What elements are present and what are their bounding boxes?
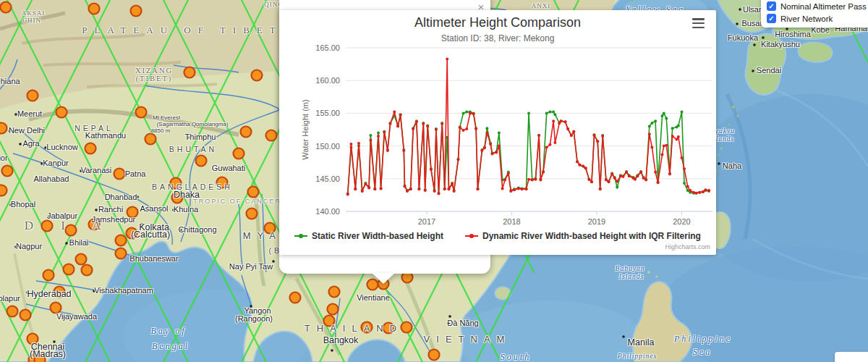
data-point[interactable] bbox=[596, 140, 599, 143]
data-point[interactable] bbox=[364, 182, 367, 185]
highcharts-credit[interactable]: Highcharts.com bbox=[665, 243, 710, 251]
data-point[interactable] bbox=[642, 177, 645, 180]
station-marker[interactable] bbox=[196, 156, 207, 167]
data-point[interactable] bbox=[689, 189, 692, 192]
data-point[interactable] bbox=[648, 125, 651, 128]
station-marker[interactable] bbox=[0, 185, 7, 196]
station-marker[interactable] bbox=[116, 248, 127, 259]
data-point[interactable] bbox=[582, 165, 584, 168]
map-canvas[interactable]: AKSAICHINPLATEAU OF TIBETXIZANG(TIBET)QI… bbox=[0, 0, 868, 362]
station-marker[interactable] bbox=[234, 148, 244, 159]
data-point[interactable] bbox=[349, 143, 352, 146]
data-point[interactable] bbox=[616, 180, 618, 182]
data-point[interactable] bbox=[572, 130, 575, 133]
data-point[interactable] bbox=[361, 190, 364, 193]
station-marker[interactable] bbox=[252, 70, 263, 81]
data-point[interactable] bbox=[639, 171, 642, 174]
data-point[interactable] bbox=[373, 188, 376, 190]
station-marker[interactable] bbox=[27, 90, 38, 101]
data-point[interactable] bbox=[441, 122, 443, 125]
map-widget-button[interactable] bbox=[835, 352, 868, 362]
station-marker[interactable] bbox=[64, 264, 75, 275]
data-point[interactable] bbox=[377, 135, 380, 138]
station-marker[interactable] bbox=[383, 323, 394, 334]
data-point[interactable] bbox=[601, 135, 604, 138]
data-point[interactable] bbox=[513, 188, 516, 191]
data-point[interactable] bbox=[665, 117, 668, 120]
data-point[interactable] bbox=[430, 168, 433, 171]
data-point[interactable] bbox=[599, 188, 602, 190]
data-point[interactable] bbox=[686, 189, 689, 192]
data-point[interactable] bbox=[354, 188, 357, 190]
station-marker[interactable] bbox=[7, 306, 18, 317]
data-point[interactable] bbox=[498, 145, 501, 148]
data-point[interactable] bbox=[369, 139, 372, 142]
station-marker[interactable] bbox=[54, 287, 65, 298]
data-point[interactable] bbox=[424, 189, 427, 192]
legend-item-dynamic[interactable]: Dynamic River Width-based Height with IQ… bbox=[465, 231, 701, 241]
data-point[interactable] bbox=[671, 127, 674, 130]
data-point[interactable] bbox=[443, 188, 446, 190]
data-point[interactable] bbox=[369, 134, 372, 137]
data-point[interactable] bbox=[587, 178, 590, 181]
data-point[interactable] bbox=[346, 193, 349, 196]
data-point[interactable] bbox=[692, 191, 695, 194]
station-marker[interactable] bbox=[42, 221, 53, 232]
data-point[interactable] bbox=[681, 156, 684, 159]
data-point[interactable] bbox=[422, 122, 425, 125]
station-marker[interactable] bbox=[1, 2, 12, 13]
data-point[interactable] bbox=[608, 180, 610, 183]
data-point[interactable] bbox=[438, 193, 441, 195]
data-point[interactable] bbox=[477, 188, 480, 190]
data-point[interactable] bbox=[465, 111, 468, 114]
data-point[interactable] bbox=[435, 128, 438, 131]
data-point[interactable] bbox=[648, 132, 651, 135]
station-marker[interactable] bbox=[127, 228, 137, 239]
data-point[interactable] bbox=[457, 159, 460, 161]
data-point[interactable] bbox=[472, 112, 475, 115]
data-point[interactable] bbox=[650, 146, 653, 148]
data-point[interactable] bbox=[527, 111, 530, 114]
data-point[interactable] bbox=[663, 145, 665, 148]
data-point[interactable] bbox=[465, 127, 468, 130]
data-point[interactable] bbox=[634, 178, 637, 181]
data-point[interactable] bbox=[619, 174, 622, 177]
data-point[interactable] bbox=[593, 134, 596, 137]
data-point[interactable] bbox=[433, 190, 436, 193]
data-point[interactable] bbox=[451, 182, 454, 185]
station-marker[interactable] bbox=[172, 193, 183, 203]
data-point[interactable] bbox=[613, 177, 616, 180]
data-point[interactable] bbox=[377, 132, 380, 135]
layer-row-nominal-altimeter-pass[interactable]: ✓ Nominal Altimeter Pass bbox=[767, 1, 868, 11]
data-point[interactable] bbox=[507, 172, 510, 175]
station-marker[interactable] bbox=[2, 166, 13, 177]
station-marker[interactable] bbox=[217, 177, 228, 188]
station-marker[interactable] bbox=[362, 322, 373, 333]
data-point[interactable] bbox=[570, 134, 573, 137]
data-point[interactable] bbox=[399, 114, 402, 117]
data-point[interactable] bbox=[531, 179, 534, 182]
data-point[interactable] bbox=[404, 185, 407, 188]
station-marker[interactable] bbox=[27, 334, 38, 345]
station-marker[interactable] bbox=[51, 303, 61, 313]
data-point[interactable] bbox=[566, 127, 569, 130]
station-marker[interactable] bbox=[145, 134, 156, 145]
station-marker[interactable] bbox=[76, 254, 87, 265]
data-point[interactable] bbox=[702, 190, 705, 193]
data-point[interactable] bbox=[663, 111, 665, 114]
station-marker[interactable] bbox=[329, 287, 340, 298]
data-point[interactable] bbox=[661, 153, 664, 156]
data-point[interactable] bbox=[671, 135, 674, 138]
data-point[interactable] bbox=[553, 141, 556, 144]
station-marker[interactable] bbox=[0, 123, 7, 134]
data-point[interactable] bbox=[560, 119, 563, 122]
data-point[interactable] bbox=[644, 179, 647, 182]
data-point[interactable] bbox=[537, 134, 540, 137]
station-marker[interactable] bbox=[328, 304, 339, 315]
station-marker[interactable] bbox=[20, 310, 31, 321]
data-point[interactable] bbox=[393, 111, 396, 114]
data-point[interactable] bbox=[503, 179, 506, 182]
station-marker[interactable] bbox=[89, 4, 100, 14]
data-point[interactable] bbox=[462, 129, 465, 132]
data-point[interactable] bbox=[695, 192, 698, 195]
